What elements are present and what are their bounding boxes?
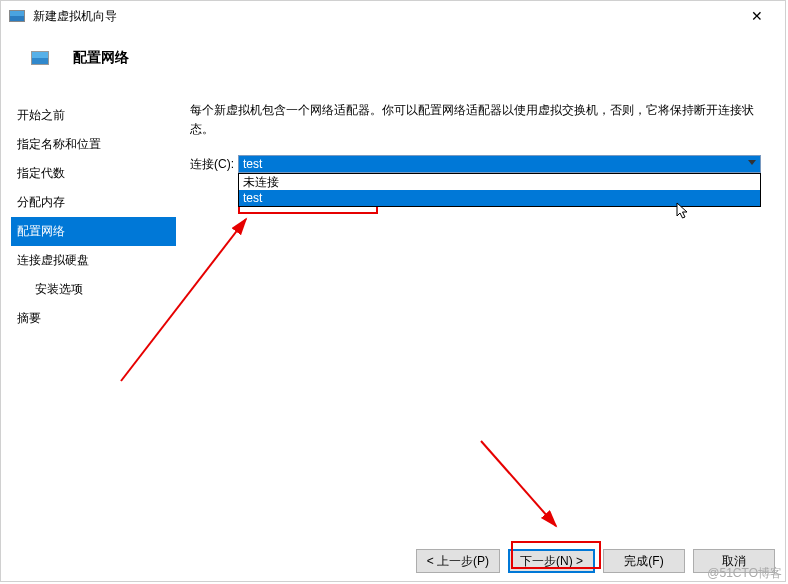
dropdown-option-disconnected[interactable]: 未连接 — [239, 174, 760, 190]
window-title: 新建虚拟机向导 — [33, 8, 737, 25]
connection-select[interactable]: test — [238, 155, 761, 173]
connection-row: 连接(C): test 未连接 test — [190, 155, 761, 173]
connection-selected-value: test — [243, 157, 262, 171]
dropdown-option-test[interactable]: test — [239, 190, 760, 206]
connection-label: 连接(C): — [190, 156, 234, 173]
sidebar-item-name-location[interactable]: 指定名称和位置 — [11, 130, 176, 159]
finish-button[interactable]: 完成(F) — [603, 549, 685, 573]
sidebar-item-generation[interactable]: 指定代数 — [11, 159, 176, 188]
sidebar-item-network[interactable]: 配置网络 — [11, 217, 176, 246]
sidebar-item-memory[interactable]: 分配内存 — [11, 188, 176, 217]
next-button[interactable]: 下一步(N) > — [508, 549, 595, 573]
app-icon — [9, 10, 25, 22]
close-button[interactable]: ✕ — [737, 2, 777, 30]
chevron-down-icon — [748, 160, 756, 165]
sidebar-item-summary[interactable]: 摘要 — [11, 304, 176, 333]
content-area: 开始之前 指定名称和位置 指定代数 分配内存 配置网络 连接虚拟硬盘 安装选项 … — [11, 101, 775, 531]
main-panel: 每个新虚拟机包含一个网络适配器。你可以配置网络适配器以使用虚拟交换机，否则，它将… — [176, 101, 775, 531]
wizard-steps-sidebar: 开始之前 指定名称和位置 指定代数 分配内存 配置网络 连接虚拟硬盘 安装选项 … — [11, 101, 176, 531]
connection-dropdown: 未连接 test — [238, 173, 761, 207]
description-text: 每个新虚拟机包含一个网络适配器。你可以配置网络适配器以使用虚拟交换机，否则，它将… — [190, 101, 761, 139]
sidebar-item-install-options[interactable]: 安装选项 — [11, 275, 176, 304]
watermark: @51CTO博客 — [707, 565, 782, 582]
page-title: 配置网络 — [73, 49, 129, 67]
sidebar-item-before-begin[interactable]: 开始之前 — [11, 101, 176, 130]
wizard-window: 新建虚拟机向导 ✕ 配置网络 开始之前 指定名称和位置 指定代数 分配内存 配置… — [0, 0, 786, 582]
page-header-icon — [31, 51, 49, 65]
connection-select-wrap: test 未连接 test — [238, 155, 761, 173]
previous-button[interactable]: < 上一步(P) — [416, 549, 500, 573]
titlebar: 新建虚拟机向导 ✕ — [1, 1, 785, 31]
page-header: 配置网络 — [1, 31, 785, 91]
sidebar-item-vhd[interactable]: 连接虚拟硬盘 — [11, 246, 176, 275]
